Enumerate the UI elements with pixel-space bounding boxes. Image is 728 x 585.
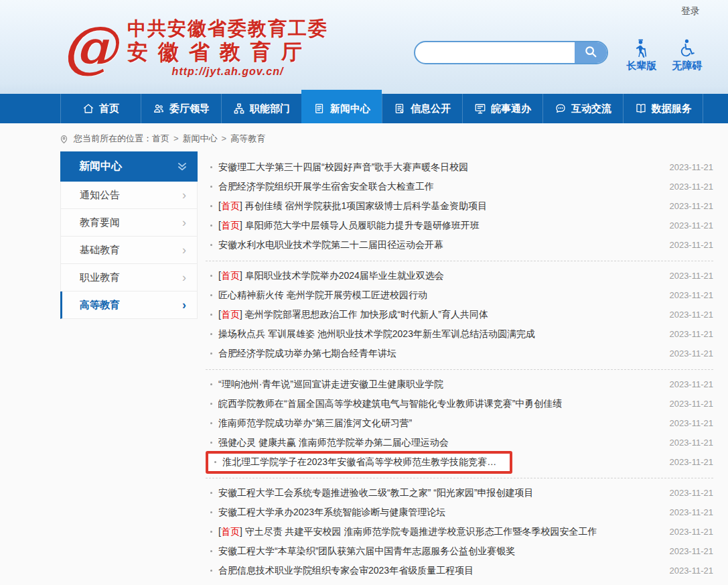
front-page-tag: 首页 xyxy=(221,220,240,231)
breadcrumb-link-新闻中心[interactable]: 新闻中心 xyxy=(183,133,218,143)
org-name-line1: 中共安徽省委教育工委 xyxy=(127,17,328,40)
breadcrumb-prefix: 您当前所在的位置： xyxy=(74,133,152,145)
nav-item-互动交流[interactable]: 互动交流 xyxy=(542,94,623,123)
sidebar-item-label: 职业教育 xyxy=(80,271,120,284)
nav-item-新闻中心[interactable]: 新闻中心 xyxy=(301,90,382,123)
news-list: 安徽理工大学第三十四届“校园好声音”歌手大赛声暖冬日校园2023-11-21合肥… xyxy=(206,153,713,585)
news-date: 2023-11-21 xyxy=(661,457,713,467)
nav-item-首页[interactable]: 首页 xyxy=(60,94,141,123)
accessibility-button[interactable]: 无障碍 xyxy=(668,39,707,72)
bullet-dot-icon xyxy=(210,492,212,494)
news-link[interactable]: 安徽水利水电职业技术学院第二十二届田径运动会开幕 xyxy=(218,239,443,251)
news-link[interactable]: 安徽理工大学第三十四届“校园好声音”歌手大赛声暖冬日校园 xyxy=(218,161,468,174)
news-row: “理响池州·青年说”巡回宣讲走进安徽卫生健康职业学院2023-11-21 xyxy=(206,375,713,394)
news-row: 安徽工程大学承办2023年系统智能诊断与健康管理论坛2023-11-21 xyxy=(206,503,713,522)
news-link[interactable]: 强健心灵 健康共赢 淮南师范学院举办第二届心理运动会 xyxy=(218,437,449,449)
news-row: 合肥信息技术职业学院组织专家会审2023年省级质量工程项目2023-11-21 xyxy=(206,561,713,580)
front-page-tag: 首页 xyxy=(221,270,240,281)
nav-item-职能部门[interactable]: 职能部门 xyxy=(221,94,301,123)
news-date: 2023-11-21 xyxy=(661,271,713,281)
news-date: 2023-11-21 xyxy=(661,399,713,409)
breadcrumb-link-首页[interactable]: 首页 xyxy=(152,133,169,143)
search-button[interactable] xyxy=(575,42,607,63)
chevron-right-icon: › xyxy=(182,216,186,229)
news-row: 安徽工程大学工会系统专题推进验收二级“教工之家” “阳光家园”申报创建项目202… xyxy=(206,483,713,503)
news-link[interactable]: 合肥信息技术职业学院组织专家会审2023年省级质量工程项目 xyxy=(218,565,474,577)
bullet-dot-icon xyxy=(210,531,212,533)
bullet-dot-icon xyxy=(210,166,212,168)
news-row: 淮南师范学院成功举办“第三届淮河文化研习营”2023-11-21 xyxy=(206,413,713,433)
site-logo[interactable]: @ 中共安徽省委教育工委 安徽省教育厅 http://jyt.ah.gov.cn… xyxy=(62,17,328,78)
news-link[interactable]: [首页] 亳州学院部署思想政治工作 加快形成“时代新人”育人共同体 xyxy=(218,309,488,321)
sidebar-item-高等教育[interactable]: 高等教育› xyxy=(60,291,198,319)
elder-version-label: 长辈版 xyxy=(627,60,657,71)
bullet-dot-icon xyxy=(210,352,212,354)
elder-person-icon xyxy=(622,39,661,58)
news-date: 2023-11-21 xyxy=(661,418,713,428)
news-link[interactable]: 安徽工程大学工会系统专题推进验收二级“教工之家” “阳光家园”申报创建项目 xyxy=(218,487,534,499)
news-link[interactable]: 操场秋点兵 军训展雄姿 池州职业技术学院2023年新生军训总结活动圆满完成 xyxy=(218,328,535,340)
sidebar-item-教育要闻[interactable]: 教育要闻› xyxy=(60,209,198,237)
news-icon xyxy=(313,103,325,115)
sidebar-header[interactable]: 新闻中心 xyxy=(60,151,198,182)
breadcrumb-separator: > xyxy=(222,133,227,143)
main-nav: 首页委厅领导职能部门新闻中心信息公开皖事通办互动交流数据服务 xyxy=(0,94,728,123)
elder-version-button[interactable]: 长辈版 xyxy=(622,39,661,72)
news-date: 2023-11-21 xyxy=(661,507,713,517)
sidebar-item-职业教育[interactable]: 职业教育› xyxy=(60,264,198,291)
tag-bracket: ] xyxy=(240,270,245,281)
news-row: 安徽理工大学第三十四届“校园好声音”歌手大赛声暖冬日校园2023-11-21 xyxy=(206,157,713,177)
news-date: 2023-11-21 xyxy=(661,348,713,359)
news-row: [首页] 阜阳师范大学中层领导人员履职能力提升专题研修班开班2023-11-21 xyxy=(206,216,713,235)
news-link[interactable]: 皖西学院教师在“首届全国高等学校建筑电气与智能化专业教师讲课竞赛”中勇创佳绩 xyxy=(218,398,562,410)
nav-item-数据服务[interactable]: 数据服务 xyxy=(623,94,703,123)
news-link[interactable]: 匠心精神薪火传 亳州学院开展劳模工匠进校园行动 xyxy=(218,289,427,302)
news-link[interactable]: [首页] 再创佳绩 宿州学院获批1项国家级博士后科学基金资助项目 xyxy=(218,200,487,212)
login-link[interactable]: 登录 xyxy=(681,5,700,17)
news-date: 2023-11-21 xyxy=(661,488,713,498)
news-link[interactable]: 淮北理工学院学子在2023年安徽省高等学校师范生教学技能竞赛中获佳绩 xyxy=(222,456,504,468)
tag-bracket: ] xyxy=(240,309,245,320)
home-icon xyxy=(82,103,94,115)
bullet-dot-icon xyxy=(210,244,212,246)
news-group: 安徽工程大学工会系统专题推进验收二级“教工之家” “阳光家园”申报创建项目202… xyxy=(206,478,713,585)
news-link[interactable]: [首页] 阜阳职业技术学院举办2024届毕业生就业双选会 xyxy=(218,270,444,282)
bullet-dot-icon xyxy=(210,333,212,335)
nav-item-label: 数据服务 xyxy=(652,103,692,115)
news-group: [首页] 阜阳职业技术学院举办2024届毕业生就业双选会2023-11-21匠心… xyxy=(206,261,713,370)
news-link[interactable]: [首页] 守土尽责 共建平安校园 淮南师范学院专题推进学校意识形态工作暨冬季校园… xyxy=(218,526,597,538)
news-link[interactable]: 合肥经济学院成功举办第七期合经青年讲坛 xyxy=(218,348,396,360)
news-link[interactable]: [首页] 阜阳师范大学中层领导人员履职能力提升专题研修班开班 xyxy=(218,220,480,232)
search-icon xyxy=(583,44,598,61)
site-header: 登录 @ 中共安徽省委教育工委 安徽省教育厅 http://jyt.ah.gov… xyxy=(0,0,728,94)
news-date: 2023-11-21 xyxy=(661,546,713,556)
news-link[interactable]: 合肥经济学院组织开展学生宿舍安全联合大检查工作 xyxy=(218,181,434,193)
main-content: 新闻中心 通知公告›教育要闻›基础教育›职业教育›高等教育› 安徽理工大学第三十… xyxy=(0,151,728,585)
bullet-dot-icon xyxy=(210,383,212,385)
nav-item-label: 首页 xyxy=(99,103,119,115)
sidebar-item-基础教育[interactable]: 基础教育› xyxy=(60,237,198,264)
breadcrumb-link-高等教育[interactable]: 高等教育 xyxy=(230,133,265,143)
nav-item-label: 皖事通办 xyxy=(491,103,531,115)
sidebar-item-通知公告[interactable]: 通知公告› xyxy=(60,182,198,209)
news-row: 匠心精神薪火传 亳州学院开展劳模工匠进校园行动2023-11-21 xyxy=(206,285,713,305)
news-link[interactable]: “理响池州·青年说”巡回宣讲走进安徽卫生健康职业学院 xyxy=(218,379,443,391)
news-date: 2023-11-21 xyxy=(661,329,713,339)
news-link[interactable]: 安徽工程大学“本草染织”团队获第六届中国青年志愿服务公益创业赛银奖 xyxy=(218,545,515,558)
nav-item-信息公开[interactable]: 信息公开 xyxy=(382,94,462,123)
news-link[interactable]: 安徽工程大学承办2023年系统智能诊断与健康管理论坛 xyxy=(218,507,445,519)
sidebar-item-label: 通知公告 xyxy=(80,189,120,202)
search-input[interactable] xyxy=(415,42,577,63)
news-date: 2023-11-21 xyxy=(661,527,713,537)
chevron-right-icon: › xyxy=(182,271,186,283)
news-link[interactable]: 淮南师范学院成功举办“第三届淮河文化研习营” xyxy=(218,417,412,430)
nav-item-皖事通办[interactable]: 皖事通办 xyxy=(462,94,542,123)
news-row: [首页] 再创佳绩 宿州学院获批1项国家级博士后科学基金资助项目2023-11-… xyxy=(206,196,713,216)
news-row: 皖西学院教师在“首届全国高等学校建筑电气与智能化专业教师讲课竞赛”中勇创佳绩20… xyxy=(206,394,713,413)
news-group: “理响池州·青年说”巡回宣讲走进安徽卫生健康职业学院2023-11-21皖西学院… xyxy=(206,370,713,478)
news-date: 2023-11-21 xyxy=(661,182,713,192)
bullet-dot-icon xyxy=(214,461,216,463)
nav-item-委厅领导[interactable]: 委厅领导 xyxy=(141,94,221,123)
bullet-dot-icon xyxy=(210,442,212,444)
wheelchair-icon xyxy=(668,39,707,58)
